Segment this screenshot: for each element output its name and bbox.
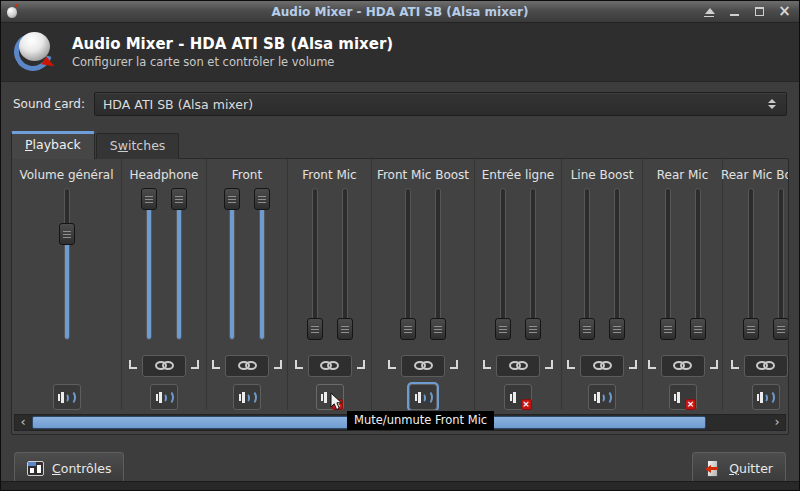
slider-handle[interactable]: [579, 318, 595, 340]
tab-switches-pre: S: [110, 138, 118, 153]
sound-wave-icon: [162, 390, 174, 405]
channel-link-button[interactable]: [744, 355, 788, 377]
slider-handle[interactable]: [400, 318, 416, 340]
slider-handle[interactable]: [660, 318, 676, 340]
minimize-button[interactable]: [728, 5, 741, 18]
slider-track: [229, 188, 235, 340]
tab-playback-post: layback: [33, 137, 81, 152]
slider-handle[interactable]: [773, 318, 789, 340]
volume-slider[interactable]: [743, 188, 759, 344]
slider-grip-lines: [341, 326, 349, 333]
speaker-icon: [756, 390, 775, 405]
chain-ring-icon: [421, 361, 433, 370]
mute-button[interactable]: ×: [504, 384, 532, 410]
scroll-right-icon[interactable]: ›: [769, 415, 785, 430]
sound-card-select[interactable]: HDA ATI SB (Alsa mixer): [94, 92, 787, 116]
chain-ring-icon: [327, 361, 339, 370]
tab-playback[interactable]: Playback: [11, 131, 95, 159]
right-bracket-icon: [191, 360, 199, 369]
quit-button[interactable]: Quitter: [692, 452, 786, 484]
maximize-button[interactable]: [753, 5, 766, 18]
mute-button[interactable]: [752, 384, 780, 410]
slider-group: [307, 188, 353, 344]
mute-button[interactable]: [588, 384, 616, 410]
volume-slider[interactable]: [224, 188, 240, 344]
controls-button[interactable]: Contrôles: [14, 452, 124, 484]
volume-slider[interactable]: [430, 188, 446, 344]
channel-link-button[interactable]: [308, 355, 352, 377]
volume-slider[interactable]: [609, 188, 625, 344]
window-app-icon: [7, 4, 18, 18]
slider-handle[interactable]: [59, 223, 75, 245]
slider-handle[interactable]: [307, 318, 323, 340]
channel-label: Front Mic Boost: [377, 168, 469, 182]
scroll-left-icon[interactable]: ‹: [15, 415, 31, 430]
mute-button[interactable]: [150, 384, 178, 410]
volume-slider[interactable]: [690, 188, 706, 344]
slider-handle[interactable]: [525, 318, 541, 340]
slider-handle[interactable]: [743, 318, 759, 340]
slider-handle[interactable]: [495, 318, 511, 340]
channel-link-button[interactable]: [142, 355, 186, 377]
volume-slider[interactable]: [525, 188, 541, 344]
mute-button[interactable]: [233, 384, 261, 410]
channel-link-button[interactable]: [580, 355, 624, 377]
chain-link-icon: [238, 361, 257, 370]
window-title: Audio Mixer - HDA ATI SB (Alsa mixer): [1, 5, 799, 19]
left-bracket-icon: [295, 360, 303, 369]
channel-link-button[interactable]: [496, 355, 540, 377]
left-bracket-icon: [483, 360, 491, 369]
slider-handle[interactable]: [337, 318, 353, 340]
link-row: [207, 354, 287, 377]
slider-group: [400, 188, 446, 344]
red-dot-icon: [15, 4, 18, 7]
volume-slider[interactable]: [579, 188, 595, 344]
volume-slider[interactable]: [337, 188, 353, 344]
volume-slider[interactable]: [307, 188, 323, 344]
volume-slider[interactable]: [141, 188, 157, 344]
channel-label: Headphone: [130, 168, 199, 182]
playback-panel: Volume généralHeadphoneFrontFront Mic×Fr…: [11, 158, 789, 435]
volume-slider[interactable]: [660, 188, 676, 344]
slider-handle[interactable]: [609, 318, 625, 340]
tab-switches[interactable]: Switches: [96, 133, 180, 159]
volume-slider[interactable]: [495, 188, 511, 344]
footer: Contrôles Quitter: [14, 452, 786, 484]
controls-button-label: Contrôles: [52, 461, 111, 476]
volume-slider[interactable]: [773, 188, 789, 344]
controls-label-post: ontrôles: [61, 461, 112, 476]
mute-button[interactable]: [53, 384, 81, 410]
slider-grip-lines: [404, 326, 412, 333]
volume-slider[interactable]: [59, 188, 75, 344]
slider-track: [146, 188, 152, 340]
chain-link-icon: [320, 361, 339, 370]
slider-group: [224, 188, 270, 344]
knob-pointer-icon: [42, 57, 57, 71]
slider-grip-lines: [145, 196, 153, 203]
quit-door-icon: [705, 460, 721, 477]
mute-row: ×: [669, 384, 697, 410]
slider-handle[interactable]: [690, 318, 706, 340]
slider-handle[interactable]: [224, 188, 240, 210]
shade-button[interactable]: [703, 5, 716, 18]
volume-slider[interactable]: [400, 188, 416, 344]
slider-handle[interactable]: [254, 188, 270, 210]
mute-button[interactable]: [409, 384, 437, 410]
slider-handle[interactable]: [141, 188, 157, 210]
slider-handle[interactable]: [430, 318, 446, 340]
mute-button[interactable]: ×: [669, 384, 697, 410]
close-button[interactable]: ×: [778, 5, 791, 18]
window-bottom-edge: [1, 481, 799, 490]
channel-link-button[interactable]: [661, 355, 705, 377]
speaker-bar-icon: [513, 392, 516, 403]
tab-bar: Playback Switches: [11, 132, 799, 159]
channel-label: Rear Mic: [657, 168, 709, 182]
volume-slider[interactable]: [171, 188, 187, 344]
channel-link-button[interactable]: [225, 355, 269, 377]
tab-switches-mn: w: [118, 138, 128, 153]
channel-label: Line Boost: [571, 168, 634, 182]
link-row: [12, 354, 121, 377]
channel-link-button[interactable]: [401, 355, 445, 377]
slider-handle[interactable]: [171, 188, 187, 210]
volume-slider[interactable]: [254, 188, 270, 344]
